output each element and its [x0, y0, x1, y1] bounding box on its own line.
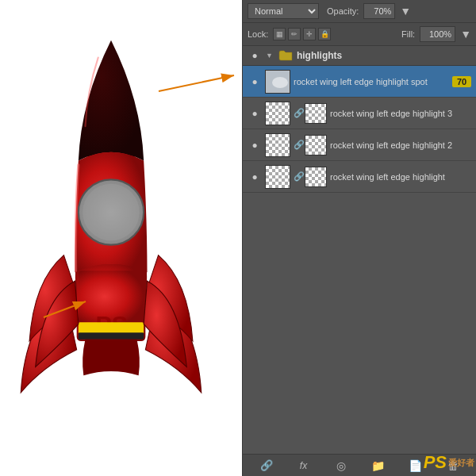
lock-position-btn[interactable]: ✛: [303, 28, 316, 40]
lock-label: Lock:: [248, 29, 268, 39]
layer-row-2[interactable]: ● 🔗 rocket wing left edge highlight 2: [243, 129, 476, 161]
svg-rect-5: [79, 322, 144, 334]
layer-1-thumb: [265, 102, 290, 125]
watermark-ps: PS: [424, 452, 447, 473]
opacity-label: Opacity:: [327, 6, 359, 16]
layer-3-name: rocket wing left edge highlight: [330, 172, 471, 182]
lock-icons: ▦ ✏ ✛ 🔒: [273, 28, 331, 40]
layer-0-badge: 70: [452, 76, 471, 87]
layers-list: ● rocket wing left edge highlight spot 7…: [243, 66, 476, 193]
lock-paint-btn[interactable]: ✏: [288, 28, 301, 40]
svg-point-12: [272, 77, 288, 88]
svg-point-2: [83, 184, 140, 241]
layer-3-mask: [305, 167, 327, 187]
lock-fill-bar: Lock: ▦ ✏ ✛ 🔒 Fill: ▼: [243, 23, 476, 46]
lock-all-btn[interactable]: 🔒: [318, 28, 331, 40]
layer-2-link-icon: 🔗: [294, 140, 301, 150]
fill-arrow[interactable]: ▼: [460, 28, 471, 40]
folder-name: highlights: [297, 50, 342, 61]
fill-input[interactable]: [420, 26, 455, 42]
layer-3-link-icon: 🔗: [294, 171, 301, 182]
layer-row-1[interactable]: ● 🔗 rocket wing left edge highlight 3: [243, 98, 476, 129]
layer-0-thumb: [265, 70, 290, 94]
opacity-input[interactable]: [363, 3, 395, 19]
opacity-arrow[interactable]: ▼: [400, 5, 411, 17]
layers-panel: Normal Opacity: ▼ Lock: ▦ ✏ ✛ 🔒 Fill: ▼ …: [242, 0, 476, 476]
layer-2-mask: [305, 135, 327, 155]
layer-2-visibility[interactable]: ●: [248, 140, 262, 151]
layer-3-visibility[interactable]: ●: [248, 171, 262, 182]
layer-row-3[interactable]: ● 🔗 rocket wing left edge highlight: [243, 161, 476, 193]
new-group-btn[interactable]: 📁: [370, 458, 387, 474]
folder-visibility-icon[interactable]: ●: [248, 50, 262, 61]
blend-mode-select[interactable]: Normal: [248, 3, 319, 19]
layer-1-visibility[interactable]: ●: [248, 108, 262, 119]
add-mask-btn[interactable]: ◎: [332, 458, 350, 474]
fx-btn[interactable]: fx: [295, 458, 313, 474]
canvas-area: PS: [0, 0, 242, 476]
layer-3-thumb: [265, 165, 290, 189]
watermark: PS 爱好者: [424, 452, 474, 473]
layer-row-0[interactable]: ● rocket wing left edge highlight spot 7…: [243, 66, 476, 98]
new-layer-btn[interactable]: 📄: [407, 458, 424, 474]
fill-label: Fill:: [401, 29, 415, 39]
folder-row-highlights[interactable]: ● ▼ highlights: [243, 46, 476, 66]
rocket-image: PS: [16, 32, 222, 460]
folder-icon: [278, 50, 293, 61]
layer-1-link-icon: 🔗: [294, 108, 301, 118]
svg-rect-6: [79, 332, 144, 340]
layer-0-visibility[interactable]: ●: [248, 76, 262, 87]
panel-top-bar: Normal Opacity: ▼: [243, 0, 476, 23]
layer-1-mask: [305, 103, 327, 124]
layer-2-name: rocket wing left edge highlight 2: [330, 140, 471, 150]
lock-transparency-btn[interactable]: ▦: [273, 28, 286, 40]
watermark-site: 爱好者: [448, 457, 474, 469]
layer-0-name: rocket wing left edge highlight spot: [294, 77, 449, 86]
layer-1-name: rocket wing left edge highlight 3: [330, 109, 471, 118]
folder-expand-icon[interactable]: ▼: [266, 52, 273, 60]
link-layers-btn[interactable]: 🔗: [258, 458, 275, 474]
layer-2-thumb: [265, 133, 290, 157]
